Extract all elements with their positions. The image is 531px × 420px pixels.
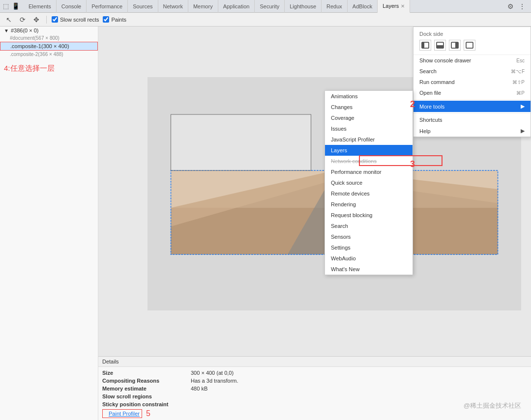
tab-sources[interactable]: Sources — [128, 0, 158, 13]
tab-network[interactable]: Network — [158, 0, 188, 13]
submenu-network-conditions[interactable]: Network conditions — [325, 156, 413, 167]
tab-lighthouse[interactable]: Lighthouse — [285, 0, 322, 13]
move-icon[interactable]: ✥ — [31, 15, 41, 25]
menu-show-console[interactable]: Show console drawer Esc — [413, 55, 531, 66]
pan-icon[interactable]: ⟳ — [18, 15, 28, 25]
tree-item-document[interactable]: #document(567 × 800) — [0, 34, 98, 42]
tree-arrow: ▼ — [4, 28, 9, 33]
dock-menu: Dock side — [413, 27, 531, 137]
dock-icons-row — [419, 40, 525, 51]
step5-annotation: 5 — [146, 409, 150, 418]
submenu-request-blocking[interactable]: Request blocking — [325, 210, 413, 221]
svg-rect-14 — [455, 42, 458, 48]
details-content: Size 300 × 400 (at 0,0) Compositing Reas… — [98, 367, 531, 420]
details-panel: Details Size 300 × 400 (at 0,0) Composit… — [98, 356, 531, 420]
tab-adblock[interactable]: AdBlock — [348, 0, 378, 13]
tree-item-label: .composite-1(300 × 400) — [10, 43, 69, 49]
submenu-quick-source[interactable]: Quick source — [325, 177, 413, 188]
paint-profiler-box: Paint Profiler — [102, 409, 142, 418]
tree-item-label: #386(0 × 0) — [11, 28, 39, 33]
tab-application[interactable]: Application — [218, 0, 255, 13]
submenu-remote-devices[interactable]: Remote devices — [325, 188, 413, 199]
detail-slow-scroll: Slow scroll regions — [98, 392, 531, 400]
svg-rect-12 — [437, 45, 443, 48]
submenu-perf-monitor[interactable]: Performance monitor — [325, 167, 413, 177]
toolbar-divider — [46, 16, 47, 24]
paints-checkbox[interactable]: Paints — [103, 16, 126, 23]
more-options-icon[interactable]: ⋮ — [517, 1, 527, 11]
detail-compositing: Compositing Reasons Has a 3d transform. — [98, 377, 531, 385]
tab-memory[interactable]: Memory — [188, 0, 218, 13]
step2-annotation: 2 — [410, 99, 415, 110]
submenu-coverage[interactable]: Coverage — [325, 112, 413, 123]
submenu-animations[interactable]: Animations — [325, 91, 413, 102]
submenu-layers[interactable]: Layers — [325, 145, 413, 156]
menu-open-file[interactable]: Open file ⌘P — [413, 87, 531, 98]
menu-search[interactable]: Search ⌘⌥F — [413, 66, 531, 77]
menu-more-tools[interactable]: More tools ▶ — [413, 101, 531, 112]
watermark: @稀土掘金技术社区 — [464, 401, 521, 410]
tab-performance[interactable]: Performance — [87, 0, 128, 13]
step3-annotation: 3 — [410, 159, 415, 169]
detail-memory: Memory estimate 480 kB — [98, 385, 531, 392]
submenu-rendering[interactable]: Rendering — [325, 199, 413, 210]
pointer-icon[interactable]: ↖ — [4, 15, 14, 25]
tab-elements[interactable]: Elements — [24, 0, 57, 13]
tab-redux[interactable]: Redux — [322, 0, 348, 13]
dock-bottom-icon[interactable] — [434, 40, 446, 51]
toolbar: ↖ ⟳ ✥ Slow scroll rects Paints — [0, 13, 531, 27]
menu-shortcuts[interactable]: Shortcuts — [413, 114, 531, 125]
menu-divider — [413, 99, 531, 100]
main-layout: ▼ #386(0 × 0) #document(567 × 800) .comp… — [0, 27, 531, 420]
paint-profiler-row: Paint Profiler 5 — [98, 409, 531, 418]
tab-security[interactable]: Security — [255, 0, 285, 13]
help-submenu-arrow: ▶ — [521, 128, 525, 134]
detail-size: Size 300 × 400 (at 0,0) — [98, 369, 531, 377]
submenu-arrow-icon: ▶ — [521, 103, 525, 110]
settings-icon[interactable]: ⚙ — [505, 1, 515, 11]
more-tools-submenu: Animations Changes Coverage Issues JavaS… — [324, 90, 413, 275]
paint-profiler-link[interactable]: Paint Profiler — [109, 411, 140, 417]
submenu-changes[interactable]: Changes — [325, 102, 413, 112]
close-tab-icon[interactable]: ✕ — [401, 3, 405, 9]
submenu-js-profiler[interactable]: JavaScript Profiler — [325, 134, 413, 145]
menu-help[interactable]: Help ▶ — [413, 125, 531, 137]
submenu-settings[interactable]: Settings — [325, 242, 413, 253]
tab-bar: ⬚ 📱 Elements Console Performance Sources… — [0, 0, 531, 13]
submenu-whats-new[interactable]: What's New — [325, 264, 413, 275]
step4-annotation: 4:任意选择一层 — [0, 62, 98, 75]
layer-tree-panel: ▼ #386(0 × 0) #document(567 × 800) .comp… — [0, 27, 98, 420]
svg-rect-10 — [422, 42, 424, 48]
submenu-webaudio[interactable]: WebAudio — [325, 253, 413, 264]
tree-item-label: #document(567 × 800) — [10, 35, 59, 41]
dock-undock-icon[interactable] — [419, 40, 431, 51]
svg-rect-15 — [466, 42, 473, 48]
dock-side-section: Dock side — [413, 27, 531, 55]
dock-menu-items: Show console drawer Esc Search ⌘⌥F Run c… — [413, 55, 531, 137]
tree-item-composite1[interactable]: .composite-1(300 × 400) — [0, 42, 98, 51]
slow-scroll-checkbox[interactable]: Slow scroll rects — [52, 16, 99, 23]
tab-console[interactable]: Console — [57, 0, 87, 13]
device-icon[interactable]: 📱 — [12, 2, 20, 10]
submenu-issues[interactable]: Issues — [325, 123, 413, 134]
dock-side-title: Dock side — [419, 31, 525, 37]
menu-run-command[interactable]: Run command ⌘⇧P — [413, 77, 531, 87]
dock-right-icon[interactable] — [449, 40, 461, 51]
tree-item-composite2[interactable]: .composite-2(366 × 488) — [0, 51, 98, 58]
menu-divider-2 — [413, 113, 531, 113]
details-header: Details — [98, 357, 531, 367]
tree-item-label: .composite-2(366 × 488) — [10, 52, 63, 57]
tab-bar-icons: ⬚ 📱 — [2, 2, 24, 10]
submenu-search[interactable]: Search — [325, 221, 413, 231]
tab-layers[interactable]: Layers ✕ — [378, 0, 410, 13]
tree-item-root[interactable]: ▼ #386(0 × 0) — [0, 27, 98, 34]
content-area: Details Size 300 × 400 (at 0,0) Composit… — [98, 27, 531, 420]
submenu-sensors[interactable]: Sensors — [325, 231, 413, 242]
inspect-icon[interactable]: ⬚ — [2, 2, 10, 10]
dock-separate-icon[interactable] — [464, 40, 475, 51]
svg-rect-7 — [171, 114, 311, 170]
tab-bar-right: ⚙ ⋮ — [505, 1, 531, 11]
